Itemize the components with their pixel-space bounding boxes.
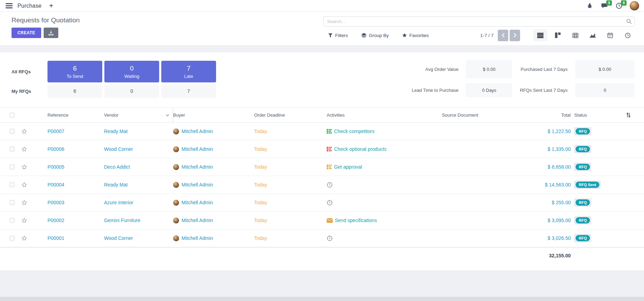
vendor-link[interactable]: Wood Corner: [96, 229, 173, 247]
kanban-view-button[interactable]: [551, 29, 565, 41]
chevron-right-icon: [513, 33, 517, 37]
table-row[interactable]: P00007 Ready Mat Mitchell Admin Today Ch…: [0, 123, 644, 140]
row-checkbox[interactable]: [10, 164, 15, 169]
clock-icon: [327, 200, 333, 206]
search-input[interactable]: [323, 16, 635, 27]
table-row[interactable]: P00006 Wood Corner Mitchell Admin Today …: [0, 140, 644, 158]
app-name[interactable]: Purchase: [17, 3, 42, 9]
buyer-cell: Mitchell Admin: [173, 194, 254, 211]
favorites-button[interactable]: Favorites: [402, 33, 429, 38]
reference-link[interactable]: P00007: [39, 123, 96, 140]
bug-icon[interactable]: [586, 2, 593, 10]
tasks-red-icon: [327, 147, 332, 152]
star-icon: [21, 182, 28, 188]
favorite-toggle[interactable]: [21, 158, 39, 176]
pager-range: 1-7 / 7: [480, 33, 494, 38]
activity-cell[interactable]: [327, 194, 442, 211]
vendor-link[interactable]: Gemini Furniture: [96, 212, 173, 229]
rfqs-sent-last-7-days-value: 0: [575, 83, 635, 97]
row-checkbox[interactable]: [10, 200, 15, 205]
table-row[interactable]: P00005 Deco Addict Mitchell Admin Today …: [0, 158, 644, 176]
vendor-link[interactable]: Wood Corner: [96, 140, 173, 158]
reference-link[interactable]: P00005: [39, 158, 96, 176]
row-checkbox[interactable]: [10, 147, 15, 152]
activity-cell[interactable]: [327, 176, 442, 193]
star-icon: [21, 217, 28, 224]
source-document: [442, 229, 512, 247]
activity-label: Get approval: [334, 164, 362, 170]
header-activities[interactable]: Activities: [327, 108, 442, 122]
adjust-columns-button[interactable]: [613, 108, 644, 122]
my-to-send-card[interactable]: 6: [47, 85, 102, 98]
reference-link[interactable]: P00001: [39, 229, 96, 247]
reference-link[interactable]: P00004: [39, 176, 96, 193]
buyer-avatar: [173, 182, 179, 188]
export-button[interactable]: [44, 28, 58, 38]
menu-icon[interactable]: [6, 3, 13, 8]
kpi-card-late[interactable]: 7 Late: [161, 61, 216, 82]
activity-view-button[interactable]: [621, 29, 635, 41]
create-button[interactable]: CREATE: [12, 28, 41, 38]
header-vendor[interactable]: Vendor: [96, 108, 173, 122]
reference-link[interactable]: P00002: [39, 212, 96, 229]
purchased-last-7-days-label: Purchased Last 7 Days: [520, 67, 568, 72]
activity-cell[interactable]: [327, 229, 442, 247]
my-waiting-card[interactable]: 0: [104, 85, 159, 98]
header-total[interactable]: Total: [512, 108, 571, 122]
activity-label: Send specifications: [335, 218, 377, 223]
new-window-icon[interactable]: +: [49, 2, 53, 9]
horizontal-scrollbar[interactable]: [0, 297, 644, 301]
row-checkbox[interactable]: [10, 182, 15, 187]
header-order-deadline[interactable]: Order Deadline: [254, 108, 327, 122]
table-row[interactable]: P00001 Wood Corner Mitchell Admin Today …: [0, 229, 644, 247]
activity-cell[interactable]: Check competitors: [327, 123, 442, 140]
favorite-toggle[interactable]: [21, 176, 39, 193]
calendar-view-button[interactable]: [603, 29, 617, 41]
favorite-toggle[interactable]: [21, 194, 39, 211]
kpi-card-waiting[interactable]: 0 Waiting: [104, 61, 159, 82]
table-header-row: Reference Vendor Buyer Order Deadline Ac…: [0, 108, 644, 123]
table-row[interactable]: P00003 Azure Interior Mitchell Admin Tod…: [0, 194, 644, 212]
activities-icon[interactable]: 9: [615, 2, 623, 10]
reference-link[interactable]: P00006: [39, 140, 96, 158]
activity-cell[interactable]: Check optional products: [327, 140, 442, 158]
messages-icon[interactable]: 5: [600, 2, 608, 10]
vendor-link[interactable]: Deco Addict: [96, 158, 173, 176]
vendor-link[interactable]: Azure Interior: [96, 194, 173, 211]
source-document: [442, 140, 512, 158]
table-row[interactable]: P00004 Ready Mat Mitchell Admin Today $ …: [0, 176, 644, 194]
table-footer-row: 32,155.00: [0, 247, 644, 263]
pager-prev-button[interactable]: [498, 30, 508, 41]
search-icon[interactable]: [626, 19, 632, 24]
group-by-button[interactable]: Group By: [361, 33, 389, 38]
favorite-toggle[interactable]: [21, 123, 39, 140]
row-checkbox[interactable]: [10, 218, 15, 223]
graph-view-button[interactable]: [586, 29, 600, 41]
favorite-toggle[interactable]: [21, 140, 39, 158]
header-source-document[interactable]: Source Document: [442, 108, 512, 122]
activity-cell[interactable]: Get approval: [327, 158, 442, 176]
user-avatar[interactable]: [630, 1, 639, 10]
reference-link[interactable]: P00003: [39, 194, 96, 211]
source-document: [442, 194, 512, 211]
header-reference[interactable]: Reference: [39, 108, 96, 122]
kpi-card-to-send[interactable]: 6 To Send: [47, 61, 102, 82]
vendor-link[interactable]: Ready Mat: [96, 123, 173, 140]
filters-button[interactable]: Filters: [328, 33, 348, 38]
table-row[interactable]: P00002 Gemini Furniture Mitchell Admin T…: [0, 212, 644, 229]
activity-cell[interactable]: Send specifications: [327, 212, 442, 229]
select-all-checkbox[interactable]: [10, 113, 15, 118]
header-buyer[interactable]: Buyer: [173, 108, 254, 122]
row-checkbox[interactable]: [10, 236, 15, 241]
pager-next-button[interactable]: [510, 30, 520, 41]
favorite-toggle[interactable]: [21, 212, 39, 229]
my-late-card[interactable]: 7: [161, 85, 216, 98]
chevron-down-icon[interactable]: [166, 114, 169, 116]
order-deadline: Today: [254, 140, 327, 158]
list-view-button[interactable]: [533, 29, 547, 41]
row-checkbox[interactable]: [10, 129, 15, 134]
header-status[interactable]: Status: [571, 108, 613, 122]
pivot-view-button[interactable]: [568, 29, 582, 41]
favorite-toggle[interactable]: [21, 229, 39, 247]
vendor-link[interactable]: Ready Mat: [96, 176, 173, 193]
